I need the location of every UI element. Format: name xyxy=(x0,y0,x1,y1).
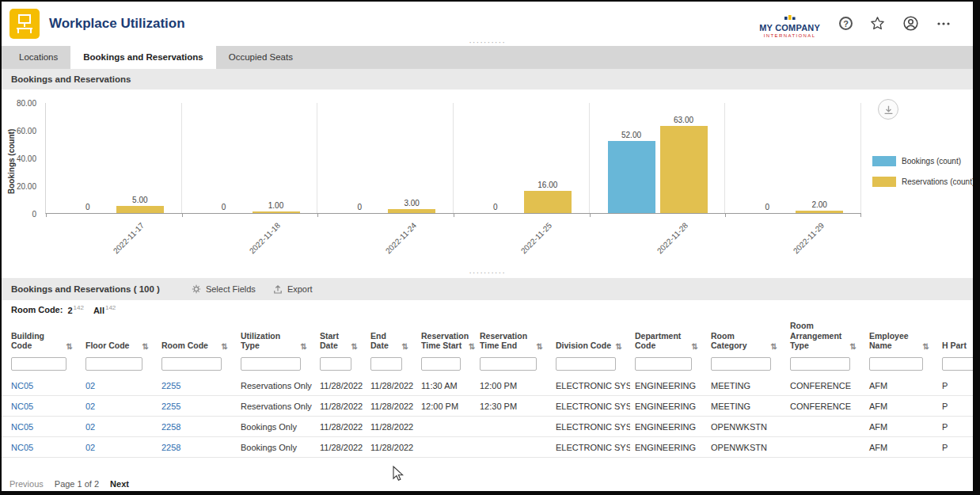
tab-locations[interactable]: Locations xyxy=(6,46,70,69)
cell-division-code: ELECTRONIC SYS. xyxy=(551,375,630,396)
chart-legend: Bookings (count)Reservations (count) xyxy=(872,156,973,197)
column-filter-input-reservation-time-end[interactable] xyxy=(480,357,537,371)
sort-icon[interactable] xyxy=(771,342,777,351)
sort-icon[interactable] xyxy=(402,342,408,351)
splitter-handle[interactable] xyxy=(469,39,506,46)
column-filter-input-room-arrangement-type[interactable] xyxy=(790,357,850,371)
filter-field-label: Room Code: xyxy=(11,305,63,314)
cell-reservation-time-start: 12:00 PM xyxy=(416,396,475,417)
cell-end-date: 11/28/2022 xyxy=(366,417,416,437)
column-header-label: Room Arrangement Type xyxy=(790,321,850,351)
table-row[interactable]: NC05022255Reservations Only11/28/202211/… xyxy=(2,396,973,417)
chart-gridline xyxy=(181,103,182,213)
column-header-label: Department Code xyxy=(635,331,692,351)
bar-value-label: 0 xyxy=(336,203,383,211)
cell-link[interactable]: 02 xyxy=(85,422,95,432)
help-icon[interactable] xyxy=(839,17,853,30)
x-axis-label: 2022-11-29 xyxy=(792,221,826,255)
column-filter-input-department-code[interactable] xyxy=(635,357,692,371)
filter-summary: Room Code: 2142 All142 xyxy=(2,300,973,319)
sort-icon[interactable] xyxy=(351,342,358,351)
filter-selected-chip[interactable]: 2142 xyxy=(67,304,83,315)
column-header-department-code[interactable]: Department Code xyxy=(630,319,706,353)
column-header-floor-code[interactable]: Floor Code xyxy=(81,319,157,353)
more-menu-icon[interactable] xyxy=(935,15,952,32)
cell-link[interactable]: 02 xyxy=(85,443,95,452)
sort-icon[interactable] xyxy=(469,342,475,351)
column-header-room-category[interactable]: Room Category xyxy=(706,319,785,353)
column-filter-input-h-part[interactable] xyxy=(942,357,973,371)
sort-icon[interactable] xyxy=(222,342,228,351)
sort-icon[interactable] xyxy=(537,342,543,351)
cell-department-code: ENGINEERING xyxy=(630,396,706,417)
column-filter-input-employee-name[interactable] xyxy=(869,357,923,371)
column-filter-input-room-category[interactable] xyxy=(711,357,771,371)
bar-reservations-count[interactable] xyxy=(660,126,708,213)
column-header-room-code[interactable]: Room Code xyxy=(157,319,236,353)
next-page-link[interactable]: Next xyxy=(110,479,129,489)
bar-reservations-count[interactable] xyxy=(796,211,843,214)
data-table-container: Building CodeFloor CodeRoom CodeUtilizat… xyxy=(2,319,973,458)
cell-link[interactable]: NC05 xyxy=(11,422,33,432)
cell-link[interactable]: 02 xyxy=(85,381,95,390)
column-filter-input-room-code[interactable] xyxy=(161,357,222,371)
table-row[interactable]: NC05022258Bookings Only11/28/202211/28/2… xyxy=(2,417,973,437)
tab-bookings-and-reservations[interactable]: Bookings and Reservations xyxy=(70,46,215,69)
column-filter-input-utilization-type[interactable] xyxy=(241,357,301,371)
sort-icon[interactable] xyxy=(616,342,622,351)
cell-link[interactable]: 2258 xyxy=(161,443,180,452)
column-filter-input-end-date[interactable] xyxy=(370,357,402,371)
column-filter-input-division-code[interactable] xyxy=(556,357,616,371)
cell-link[interactable]: NC05 xyxy=(11,402,33,411)
chart-download-button[interactable] xyxy=(878,99,898,120)
bar-reservations-count[interactable] xyxy=(116,206,164,213)
cell-link[interactable]: 2255 xyxy=(161,381,180,390)
bar-reservations-count[interactable] xyxy=(524,191,572,213)
column-header-room-arrangement-type[interactable]: Room Arrangement Type xyxy=(785,319,864,353)
column-header-start-date[interactable]: Start Date xyxy=(315,319,366,353)
cell-link[interactable]: 02 xyxy=(85,402,95,411)
previous-page-link[interactable]: Previous xyxy=(9,479,44,489)
cell-link[interactable]: 2258 xyxy=(161,422,180,432)
x-axis: 2022-11-172022-11-182022-11-242022-11-25… xyxy=(45,215,860,270)
table-row[interactable]: NC05022258Bookings Only11/28/202211/28/2… xyxy=(2,437,973,458)
column-header-end-date[interactable]: End Date xyxy=(366,319,416,353)
filter-all-chip[interactable]: All142 xyxy=(93,304,116,315)
sort-icon[interactable] xyxy=(692,342,698,351)
select-fields-button[interactable]: Select Fields xyxy=(192,284,256,294)
column-filter-input-reservation-time-start[interactable] xyxy=(421,357,461,371)
column-header-building-code[interactable]: Building Code xyxy=(2,319,81,353)
chart-gridline xyxy=(860,103,861,213)
column-header-label: Building Code xyxy=(11,331,66,351)
filter-cell-end-date xyxy=(366,353,416,375)
sort-icon[interactable] xyxy=(142,342,149,351)
bar-reservations-count[interactable] xyxy=(388,209,435,213)
sort-icon[interactable] xyxy=(301,342,307,351)
cell-link[interactable]: 2255 xyxy=(161,402,180,411)
column-filter-input-building-code[interactable] xyxy=(11,357,66,371)
column-header-division-code[interactable]: Division Code xyxy=(551,319,630,353)
cell-room-code: 2258 xyxy=(157,417,236,437)
tab-occupied-seats[interactable]: Occupied Seats xyxy=(216,46,306,69)
bar-reservations-count[interactable] xyxy=(253,211,300,213)
cell-link[interactable]: NC05 xyxy=(11,443,33,452)
chart-panel-header: Bookings and Reservations xyxy=(2,69,973,89)
favorites-icon[interactable] xyxy=(868,15,886,32)
splitter-handle[interactable] xyxy=(469,269,506,276)
column-filter-input-start-date[interactable] xyxy=(320,357,351,371)
column-header-reservation-time-start[interactable]: Reservation Time Start xyxy=(416,319,475,353)
export-label: Export xyxy=(287,284,313,294)
column-filter-input-floor-code[interactable] xyxy=(85,357,142,371)
column-header-utilization-type[interactable]: Utilization Type xyxy=(236,319,315,353)
account-icon[interactable] xyxy=(902,15,919,32)
column-header-reservation-time-end[interactable]: Reservation Time End xyxy=(475,319,551,353)
column-header-h-part[interactable]: H Part xyxy=(937,319,973,353)
column-header-employee-name[interactable]: Employee Name xyxy=(864,319,937,353)
sort-icon[interactable] xyxy=(66,342,73,351)
cell-link[interactable]: NC05 xyxy=(11,381,33,390)
table-row[interactable]: NC05022255Reservations Only11/28/202211/… xyxy=(2,375,973,396)
export-button[interactable]: Export xyxy=(273,284,313,294)
sort-icon[interactable] xyxy=(850,342,857,351)
bar-bookings-count[interactable] xyxy=(608,141,655,213)
sort-icon[interactable] xyxy=(923,342,929,351)
